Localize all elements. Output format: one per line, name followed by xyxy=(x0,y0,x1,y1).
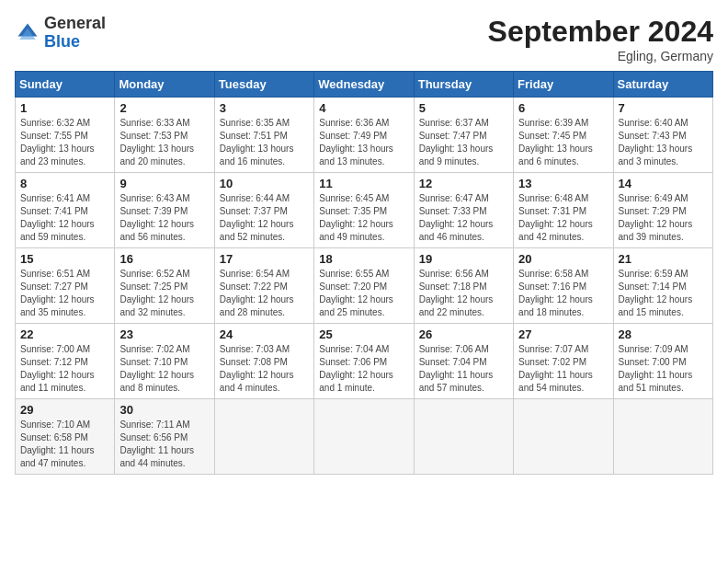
calendar-cell: 26Sunrise: 7:06 AM Sunset: 7:04 PM Dayli… xyxy=(414,324,513,399)
day-number: 9 xyxy=(119,177,209,190)
day-info: Sunrise: 6:36 AM Sunset: 7:49 PM Dayligh… xyxy=(319,117,408,168)
day-number: 28 xyxy=(619,327,708,341)
day-number: 30 xyxy=(119,403,209,417)
calendar-cell: 28Sunrise: 7:09 AM Sunset: 7:00 PM Dayli… xyxy=(613,324,712,399)
calendar-cell: 15Sunrise: 6:51 AM Sunset: 7:27 PM Dayli… xyxy=(16,248,115,324)
day-number: 6 xyxy=(518,101,608,115)
logo-general: General xyxy=(44,14,106,32)
calendar-cell: 24Sunrise: 7:03 AM Sunset: 7:08 PM Dayli… xyxy=(214,324,313,399)
day-info: Sunrise: 6:48 AM Sunset: 7:31 PM Dayligh… xyxy=(518,192,608,244)
day-number: 24 xyxy=(220,327,309,341)
calendar-cell: 18Sunrise: 6:55 AM Sunset: 7:20 PM Dayli… xyxy=(314,248,414,324)
day-info: Sunrise: 6:52 AM Sunset: 7:25 PM Dayligh… xyxy=(119,268,209,319)
day-number: 17 xyxy=(220,252,309,266)
weekday-header-tuesday: Tuesday xyxy=(214,72,313,98)
day-info: Sunrise: 6:58 AM Sunset: 7:16 PM Dayligh… xyxy=(518,268,608,319)
calendar-cell xyxy=(613,399,712,475)
calendar-cell: 5Sunrise: 6:37 AM Sunset: 7:47 PM Daylig… xyxy=(414,98,513,173)
day-number: 10 xyxy=(220,177,309,190)
day-info: Sunrise: 7:09 AM Sunset: 7:00 PM Dayligh… xyxy=(619,343,708,395)
day-number: 2 xyxy=(119,101,209,115)
day-number: 5 xyxy=(419,101,508,115)
week-row-3: 15Sunrise: 6:51 AM Sunset: 7:27 PM Dayli… xyxy=(16,248,713,324)
calendar-cell: 22Sunrise: 7:00 AM Sunset: 7:12 PM Dayli… xyxy=(16,324,115,399)
calendar-cell: 4Sunrise: 6:36 AM Sunset: 7:49 PM Daylig… xyxy=(314,98,414,173)
calendar-cell: 20Sunrise: 6:58 AM Sunset: 7:16 PM Dayli… xyxy=(514,248,613,324)
calendar-cell xyxy=(314,399,414,475)
day-number: 11 xyxy=(319,177,408,190)
calendar-cell xyxy=(514,399,613,475)
calendar-cell: 1Sunrise: 6:32 AM Sunset: 7:55 PM Daylig… xyxy=(16,98,115,173)
day-number: 26 xyxy=(419,327,508,341)
day-info: Sunrise: 6:39 AM Sunset: 7:45 PM Dayligh… xyxy=(518,117,608,168)
day-info: Sunrise: 6:32 AM Sunset: 7:55 PM Dayligh… xyxy=(20,117,109,168)
calendar-cell: 9Sunrise: 6:43 AM Sunset: 7:39 PM Daylig… xyxy=(115,173,214,248)
day-number: 15 xyxy=(20,252,109,266)
calendar-cell: 25Sunrise: 7:04 AM Sunset: 7:06 PM Dayli… xyxy=(314,324,414,399)
weekday-header-sunday: Sunday xyxy=(16,72,115,98)
day-info: Sunrise: 6:51 AM Sunset: 7:27 PM Dayligh… xyxy=(20,268,109,319)
calendar-cell xyxy=(414,399,513,475)
calendar-cell: 16Sunrise: 6:52 AM Sunset: 7:25 PM Dayli… xyxy=(115,248,214,324)
weekday-header-saturday: Saturday xyxy=(613,72,712,98)
day-info: Sunrise: 7:04 AM Sunset: 7:06 PM Dayligh… xyxy=(319,343,408,395)
day-number: 22 xyxy=(20,327,109,341)
day-number: 27 xyxy=(518,327,608,341)
day-number: 13 xyxy=(518,177,608,190)
page-header: General Blue September 2024 Egling, Germ… xyxy=(15,15,713,63)
day-number: 18 xyxy=(319,252,408,266)
day-number: 23 xyxy=(119,327,209,341)
day-number: 3 xyxy=(220,101,309,115)
calendar-cell: 19Sunrise: 6:56 AM Sunset: 7:18 PM Dayli… xyxy=(414,248,513,324)
week-row-4: 22Sunrise: 7:00 AM Sunset: 7:12 PM Dayli… xyxy=(16,324,713,399)
day-info: Sunrise: 6:59 AM Sunset: 7:14 PM Dayligh… xyxy=(619,268,708,319)
day-info: Sunrise: 6:43 AM Sunset: 7:39 PM Dayligh… xyxy=(119,192,209,244)
day-number: 1 xyxy=(20,101,109,115)
day-number: 8 xyxy=(20,177,109,190)
calendar-cell: 6Sunrise: 6:39 AM Sunset: 7:45 PM Daylig… xyxy=(514,98,613,173)
calendar-cell: 27Sunrise: 7:07 AM Sunset: 7:02 PM Dayli… xyxy=(514,324,613,399)
calendar-cell: 30Sunrise: 7:11 AM Sunset: 6:56 PM Dayli… xyxy=(115,399,214,475)
logo: General Blue xyxy=(15,15,106,52)
day-info: Sunrise: 6:47 AM Sunset: 7:33 PM Dayligh… xyxy=(419,192,508,244)
day-info: Sunrise: 7:00 AM Sunset: 7:12 PM Dayligh… xyxy=(20,343,109,395)
day-info: Sunrise: 7:10 AM Sunset: 6:58 PM Dayligh… xyxy=(20,419,109,470)
month-title: September 2024 xyxy=(488,15,713,49)
day-number: 16 xyxy=(119,252,209,266)
weekday-header-thursday: Thursday xyxy=(414,72,513,98)
day-info: Sunrise: 6:33 AM Sunset: 7:53 PM Dayligh… xyxy=(119,117,209,168)
week-row-1: 1Sunrise: 6:32 AM Sunset: 7:55 PM Daylig… xyxy=(16,98,713,173)
week-row-5: 29Sunrise: 7:10 AM Sunset: 6:58 PM Dayli… xyxy=(16,399,713,475)
logo-icon xyxy=(15,20,40,46)
calendar-cell: 3Sunrise: 6:35 AM Sunset: 7:51 PM Daylig… xyxy=(214,98,313,173)
day-info: Sunrise: 7:06 AM Sunset: 7:04 PM Dayligh… xyxy=(419,343,508,395)
weekday-header-monday: Monday xyxy=(115,72,214,98)
day-info: Sunrise: 7:02 AM Sunset: 7:10 PM Dayligh… xyxy=(119,343,209,395)
calendar-cell: 14Sunrise: 6:49 AM Sunset: 7:29 PM Dayli… xyxy=(613,173,712,248)
calendar-cell: 8Sunrise: 6:41 AM Sunset: 7:41 PM Daylig… xyxy=(16,173,115,248)
day-info: Sunrise: 6:45 AM Sunset: 7:35 PM Dayligh… xyxy=(319,192,408,244)
day-info: Sunrise: 6:41 AM Sunset: 7:41 PM Dayligh… xyxy=(20,192,109,244)
day-number: 29 xyxy=(20,403,109,417)
calendar-cell: 23Sunrise: 7:02 AM Sunset: 7:10 PM Dayli… xyxy=(115,324,214,399)
location: Egling, Germany xyxy=(488,49,713,63)
day-number: 12 xyxy=(419,177,508,190)
logo-blue: Blue xyxy=(44,32,80,51)
day-number: 19 xyxy=(419,252,508,266)
weekday-header-wednesday: Wednesday xyxy=(314,72,414,98)
weekday-header-friday: Friday xyxy=(514,72,613,98)
logo-text: General Blue xyxy=(44,15,106,52)
day-info: Sunrise: 6:35 AM Sunset: 7:51 PM Dayligh… xyxy=(220,117,309,168)
day-info: Sunrise: 6:40 AM Sunset: 7:43 PM Dayligh… xyxy=(619,117,708,168)
calendar-cell: 7Sunrise: 6:40 AM Sunset: 7:43 PM Daylig… xyxy=(613,98,712,173)
day-info: Sunrise: 6:56 AM Sunset: 7:18 PM Dayligh… xyxy=(419,268,508,319)
day-number: 14 xyxy=(619,177,708,190)
day-number: 21 xyxy=(619,252,708,266)
day-info: Sunrise: 6:37 AM Sunset: 7:47 PM Dayligh… xyxy=(419,117,508,168)
calendar-cell: 29Sunrise: 7:10 AM Sunset: 6:58 PM Dayli… xyxy=(16,399,115,475)
calendar-cell: 2Sunrise: 6:33 AM Sunset: 7:53 PM Daylig… xyxy=(115,98,214,173)
calendar-cell xyxy=(214,399,313,475)
day-number: 25 xyxy=(319,327,408,341)
day-info: Sunrise: 6:49 AM Sunset: 7:29 PM Dayligh… xyxy=(619,192,708,244)
day-number: 4 xyxy=(319,101,408,115)
